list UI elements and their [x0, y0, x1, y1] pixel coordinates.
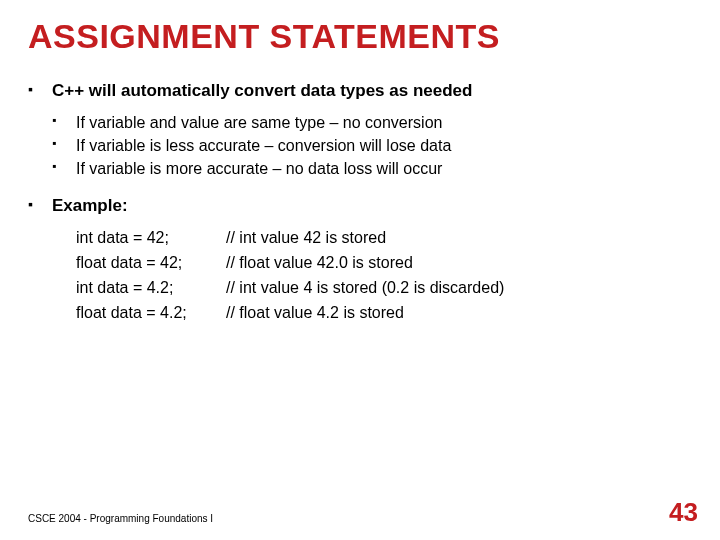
- sub-bullet-list: If variable and value are same type – no…: [52, 111, 692, 181]
- bullet-item-1: C++ will automatically convert data type…: [28, 81, 692, 181]
- example-comment-3: // int value 4 is stored (0.2 is discard…: [226, 276, 504, 301]
- footer-text: CSCE 2004 - Programming Foundations I: [28, 513, 213, 524]
- example-row-3: int data = 4.2; // int value 4 is stored…: [76, 276, 692, 301]
- sub-bullet-3: If variable is more accurate – no data l…: [52, 157, 692, 180]
- sub-bullet-1: If variable and value are same type – no…: [52, 111, 692, 134]
- example-code-3: int data = 4.2;: [76, 276, 226, 301]
- slide-title: ASSIGNMENT STATEMENTS: [28, 18, 692, 55]
- bullet-text-2: Example:: [52, 196, 128, 215]
- page-number: 43: [669, 497, 698, 528]
- example-comment-4: // float value 4.2 is stored: [226, 301, 404, 326]
- bullet-list: C++ will automatically convert data type…: [28, 81, 692, 326]
- sub-bullet-2: If variable is less accurate – conversio…: [52, 134, 692, 157]
- example-row-4: float data = 4.2; // float value 4.2 is …: [76, 301, 692, 326]
- example-row-1: int data = 42; // int value 42 is stored: [76, 226, 692, 251]
- example-row-2: float data = 42; // float value 42.0 is …: [76, 251, 692, 276]
- example-comment-2: // float value 42.0 is stored: [226, 251, 413, 276]
- example-block: int data = 42; // int value 42 is stored…: [52, 226, 692, 325]
- example-code-4: float data = 4.2;: [76, 301, 226, 326]
- example-code-2: float data = 42;: [76, 251, 226, 276]
- bullet-item-2: Example: int data = 42; // int value 42 …: [28, 196, 692, 325]
- example-code-1: int data = 42;: [76, 226, 226, 251]
- bullet-text-1: C++ will automatically convert data type…: [52, 81, 472, 100]
- example-comment-1: // int value 42 is stored: [226, 226, 386, 251]
